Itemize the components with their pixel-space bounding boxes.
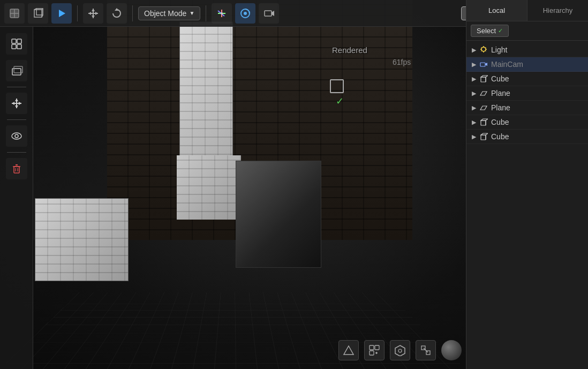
hierarchy-item-plane2[interactable]: ▶ Plane <box>466 101 588 115</box>
hier-arrow-cube2: ▶ <box>472 119 476 126</box>
hier-arrow-plane2: ▶ <box>472 104 476 111</box>
bottom-toolbar <box>338 340 462 360</box>
hierarchy-list: ▶ Light ▶ MainCam <box>466 41 588 146</box>
plane2-icon <box>479 103 488 112</box>
hier-label-plane1: Plane <box>491 89 510 97</box>
svg-rect-57 <box>481 77 486 82</box>
svg-marker-36 <box>15 106 18 108</box>
svg-marker-61 <box>480 106 487 110</box>
hier-label-cube1: Cube <box>491 74 509 83</box>
viewport-gizmo-icon[interactable] <box>212 3 232 24</box>
svg-rect-3 <box>34 10 42 17</box>
svg-rect-30 <box>17 44 21 49</box>
svg-rect-22 <box>265 11 272 16</box>
add-component-button[interactable] <box>364 340 385 360</box>
svg-marker-13 <box>88 12 91 15</box>
side-separator-3 <box>7 152 26 153</box>
plane1-icon <box>479 89 488 97</box>
pedestal-object <box>236 161 321 268</box>
left-cube-object <box>35 198 129 281</box>
refresh-icon[interactable] <box>107 3 127 24</box>
svg-marker-38 <box>19 102 21 105</box>
panel-select-label: Select <box>477 27 496 35</box>
hierarchy-item-plane1[interactable]: ▶ Plane <box>466 86 588 101</box>
play-mode-icon[interactable] <box>51 3 72 24</box>
svg-marker-11 <box>92 9 95 11</box>
move-pivot-icon[interactable] <box>6 93 27 114</box>
selection-checkmark: ✓ <box>336 95 344 107</box>
hier-arrow-cube3: ▶ <box>472 133 476 140</box>
svg-rect-62 <box>481 121 486 125</box>
toolbar-separator-3 <box>206 5 206 21</box>
hierarchy-item-cube1[interactable]: ▶ Cube <box>466 72 588 86</box>
svg-marker-66 <box>481 133 488 135</box>
light-icon <box>479 46 488 54</box>
svg-rect-28 <box>17 39 21 43</box>
tab-hierarchy[interactable]: Hierarchy <box>527 0 588 21</box>
move-tool-icon[interactable] <box>83 3 103 24</box>
svg-point-21 <box>244 12 247 15</box>
render-sphere-button[interactable] <box>441 340 462 360</box>
svg-rect-41 <box>14 167 19 173</box>
svg-rect-69 <box>370 345 374 350</box>
scene-collection-icon[interactable] <box>6 33 27 55</box>
modifier-button[interactable] <box>390 340 410 360</box>
viewport-shading-icon[interactable] <box>235 3 255 24</box>
svg-point-75 <box>398 349 402 352</box>
chair-back-object <box>179 21 233 171</box>
svg-rect-29 <box>12 44 16 49</box>
svg-marker-37 <box>12 102 14 105</box>
left-sidebar <box>0 27 33 369</box>
svg-rect-55 <box>480 63 485 66</box>
cube-toggle-icon[interactable] <box>28 3 48 24</box>
eye-visibility-icon[interactable] <box>6 125 27 147</box>
svg-marker-58 <box>481 76 488 77</box>
camera-hierarchy-icon <box>479 60 488 69</box>
object-layer-icon[interactable] <box>6 60 27 81</box>
object-mode-label: Object Mode <box>144 9 186 18</box>
toolbar-separator-2 <box>132 5 133 21</box>
object-mode-dropdown[interactable]: Object Mode ▼ <box>138 6 200 20</box>
cube3-icon <box>479 132 488 141</box>
hier-arrow-light: ▶ <box>472 47 476 54</box>
camera-view-icon[interactable] <box>259 3 279 24</box>
panel-select-row: Select ✓ <box>466 21 588 41</box>
svg-point-19 <box>221 12 223 14</box>
side-separator-1 <box>7 87 26 87</box>
panel-select-button[interactable]: Select ✓ <box>471 25 509 37</box>
delete-tool-icon[interactable] <box>6 158 27 179</box>
svg-marker-14 <box>95 12 98 15</box>
hierarchy-item-light[interactable]: ▶ Light <box>466 43 588 57</box>
hier-label-cube2: Cube <box>491 118 509 126</box>
svg-point-40 <box>15 134 18 138</box>
dropdown-arrow-icon: ▼ <box>189 10 194 16</box>
panel-select-checkmark: ✓ <box>498 27 503 34</box>
svg-marker-68 <box>344 346 353 355</box>
material-button[interactable] <box>338 340 359 360</box>
tab-local[interactable]: Local <box>466 0 527 21</box>
cube1-icon <box>479 74 488 83</box>
right-panel: Local Hierarchy Select ✓ ▶ Light <box>466 0 588 369</box>
hierarchy-item-cube3[interactable]: ▶ Cube <box>466 130 588 144</box>
svg-rect-27 <box>12 39 16 43</box>
svg-marker-63 <box>481 119 488 121</box>
constraint-button[interactable] <box>416 340 436 360</box>
3d-viewport[interactable]: Rendered 61fps ✓ <box>0 0 466 369</box>
hier-label-maincam: MainCam <box>491 60 523 69</box>
blender-logo-icon[interactable] <box>4 3 25 24</box>
selection-rectangle <box>330 79 344 93</box>
hierarchy-item-maincam[interactable]: ▶ MainCam <box>466 57 588 72</box>
cube2-icon <box>479 118 488 126</box>
hier-arrow-plane1: ▶ <box>472 90 476 97</box>
svg-marker-8 <box>59 10 65 17</box>
svg-rect-71 <box>370 351 374 355</box>
hier-arrow-maincam: ▶ <box>472 61 476 68</box>
side-separator-2 <box>7 119 26 120</box>
svg-line-78 <box>424 348 428 352</box>
hierarchy-item-cube2[interactable]: ▶ Cube <box>466 115 588 130</box>
svg-point-39 <box>12 133 21 139</box>
svg-marker-35 <box>15 99 18 101</box>
fps-display: 61fps <box>393 58 411 66</box>
panel-tab-bar: Local Hierarchy <box>466 0 588 21</box>
hier-label-plane2: Plane <box>491 103 510 112</box>
